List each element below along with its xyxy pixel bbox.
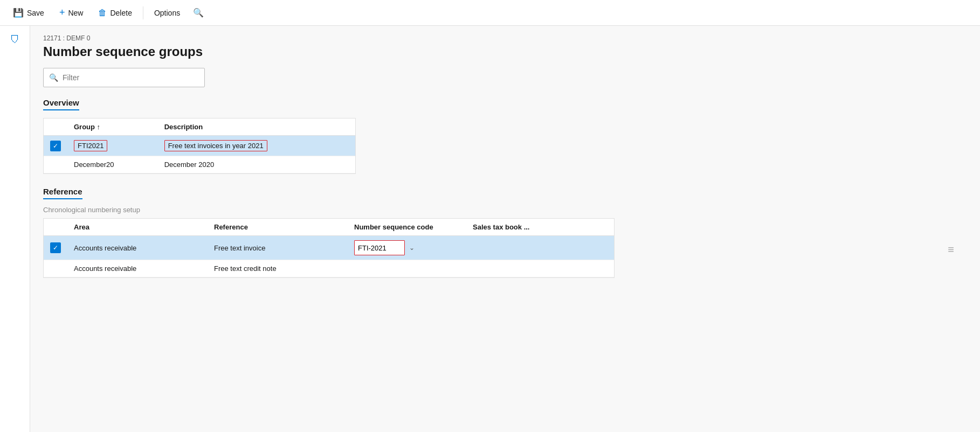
reference-table-wrap: Area Reference Number sequence code Sale… — [43, 218, 615, 278]
reference-section-header: Reference — [43, 187, 82, 199]
ref-area-0: Accounts receivable — [67, 236, 208, 260]
options-button[interactable]: Options — [148, 5, 187, 20]
group-value-0: FTI2021 — [74, 140, 107, 151]
new-icon: + — [59, 7, 65, 18]
overview-check-0: ✓ — [44, 136, 67, 156]
ref-col-area[interactable]: Area — [67, 219, 208, 236]
overview-col-description[interactable]: Description — [158, 119, 355, 136]
filter-search-icon: 🔍 — [49, 73, 58, 82]
ref-col-reference[interactable]: Reference — [208, 219, 348, 236]
ref-col-nsc[interactable]: Number sequence code — [348, 219, 466, 236]
description-value-0: Free text invoices in year 2021 — [164, 140, 267, 151]
overview-col-check — [44, 119, 67, 136]
content-area: 12171 : DEMF 0 Number sequence groups 🔍 … — [30, 26, 980, 432]
save-button[interactable]: 💾 Save — [6, 4, 51, 21]
breadcrumb: 12171 : DEMF 0 — [43, 34, 967, 42]
chronological-label: Chronological numbering setup — [43, 206, 967, 214]
ref-reference-0: Free text invoice — [208, 236, 348, 260]
ref-col-check — [44, 219, 67, 236]
save-icon: 💾 — [13, 8, 24, 18]
page-title: Number sequence groups — [43, 44, 967, 59]
nsc-input-wrap-0 — [354, 240, 405, 255]
overview-col-group[interactable]: Group ↑ — [67, 119, 158, 136]
ref-stb-1 — [466, 260, 614, 277]
filter-input-wrap: 🔍 — [43, 68, 205, 87]
overview-section: Overview Group ↑ Description ✓ — [43, 98, 967, 174]
delete-button[interactable]: 🗑 Delete — [92, 5, 138, 21]
filter-icon[interactable]: ⛉ — [10, 34, 20, 46]
reference-table: Area Reference Number sequence code Sale… — [44, 219, 614, 277]
reference-row-0[interactable]: ✓ Accounts receivable Free text invoice … — [44, 236, 614, 260]
nsc-cell-0: ⌄ — [354, 240, 460, 255]
reference-header-row: Area Reference Number sequence code Sale… — [44, 219, 614, 236]
ref-stb-0 — [466, 236, 614, 260]
overview-check-1 — [44, 156, 67, 173]
overview-header-row: Group ↑ Description — [44, 119, 355, 136]
check-icon: ✓ — [50, 141, 61, 151]
main-layout: ⛉ 12171 : DEMF 0 Number sequence groups … — [0, 26, 980, 432]
ref-check-icon-0: ✓ — [50, 242, 61, 253]
new-button[interactable]: + New — [53, 4, 90, 22]
drag-handle-icon[interactable]: ≡ — [948, 243, 954, 256]
overview-table: Group ↑ Description ✓ FTI2021 — [44, 119, 355, 173]
ref-check-0: ✓ — [44, 236, 67, 260]
search-icon: 🔍 — [193, 8, 204, 18]
nsc-dropdown-arrow-0[interactable]: ⌄ — [409, 244, 415, 252]
filter-input[interactable] — [63, 73, 199, 82]
sidebar: ⛉ — [0, 26, 30, 432]
separator — [143, 6, 143, 19]
search-button[interactable]: 🔍 — [189, 3, 208, 23]
overview-row-0[interactable]: ✓ FTI2021 Free text invoices in year 202… — [44, 136, 355, 156]
overview-description-1: December 2020 — [158, 156, 355, 173]
overview-description-0[interactable]: Free text invoices in year 2021 — [158, 136, 355, 156]
nsc-input-0[interactable] — [358, 244, 401, 252]
reference-section: Reference Chronological numbering setup … — [43, 187, 967, 278]
toolbar: 💾 Save + New 🗑 Delete Options 🔍 — [0, 0, 980, 26]
overview-group-1: December20 — [67, 156, 158, 173]
ref-col-stb[interactable]: Sales tax book ... — [466, 219, 614, 236]
delete-icon: 🗑 — [98, 8, 107, 18]
ref-nsc-1 — [348, 260, 466, 277]
ref-area-1: Accounts receivable — [67, 260, 208, 277]
overview-row-1[interactable]: December20 December 2020 — [44, 156, 355, 173]
ref-reference-1: Free text credit note — [208, 260, 348, 277]
overview-group-0[interactable]: FTI2021 — [67, 136, 158, 156]
overview-section-header: Overview — [43, 98, 79, 110]
overview-table-wrap: Group ↑ Description ✓ FTI2021 — [43, 118, 356, 174]
reference-row-1[interactable]: Accounts receivable Free text credit not… — [44, 260, 614, 277]
ref-check-1 — [44, 260, 67, 277]
ref-nsc-0[interactable]: ⌄ — [348, 236, 466, 260]
